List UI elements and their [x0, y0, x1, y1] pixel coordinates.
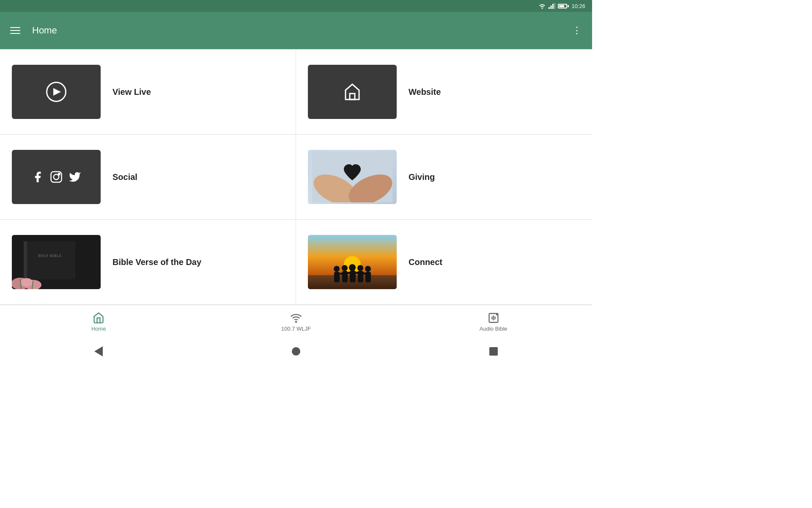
instagram-icon: [50, 171, 63, 183]
svg-rect-34: [348, 272, 356, 274]
svg-point-27: [349, 264, 356, 271]
status-time: 10:26: [571, 3, 585, 9]
wifi-icon: [538, 3, 546, 9]
menu-button[interactable]: [10, 27, 20, 34]
website-thumbnail: [308, 65, 397, 119]
svg-rect-0: [549, 7, 550, 9]
home-nav-icon: [93, 312, 104, 324]
view-live-thumbnail: [12, 65, 101, 119]
battery-icon: [558, 4, 569, 8]
svg-rect-2: [552, 4, 554, 9]
svg-rect-24: [334, 272, 340, 282]
website-item[interactable]: Website: [296, 50, 592, 135]
view-live-item[interactable]: View Live: [0, 50, 296, 135]
radio-nav-label: 100.7 WLJF: [281, 326, 311, 332]
svg-rect-36: [363, 273, 368, 275]
radio-nav-icon: [290, 312, 302, 324]
website-label: Website: [409, 87, 441, 97]
home-icon: [342, 82, 362, 102]
giving-image-svg: [312, 152, 392, 202]
nav-audio-bible[interactable]: Audio Bible: [395, 312, 592, 332]
nav-home[interactable]: Home: [0, 312, 198, 332]
audio-bible-nav-label: Audio Bible: [480, 326, 508, 332]
svg-rect-1: [551, 6, 552, 9]
home-nav-label: Home: [91, 326, 106, 332]
giving-label: Giving: [409, 172, 435, 182]
social-item[interactable]: Social: [0, 135, 296, 220]
facebook-icon: [31, 171, 44, 183]
audio-bible-nav-icon: [488, 312, 499, 324]
connect-label: Connect: [409, 257, 442, 267]
giving-hands-image: [308, 150, 397, 204]
nav-radio[interactable]: 100.7 WLJF: [198, 312, 395, 332]
svg-rect-12: [25, 241, 75, 279]
bible-verse-label: Bible Verse of the Day: [112, 257, 201, 267]
system-nav: [0, 339, 592, 364]
svg-rect-4: [350, 94, 355, 99]
bible-thumbnail: HOLY BIBLE: [12, 235, 101, 289]
twitter-icon: [69, 171, 81, 183]
svg-point-7: [58, 173, 60, 175]
svg-point-31: [365, 266, 371, 272]
page-title: Home: [32, 25, 572, 36]
main-grid: View Live Website: [0, 49, 592, 305]
svg-point-25: [342, 265, 348, 271]
svg-rect-13: [24, 241, 27, 279]
bottom-nav: Home 100.7 WLJF Audio Bible: [0, 305, 592, 339]
svg-text:HOLY BIBLE: HOLY BIBLE: [38, 254, 62, 258]
status-bar: 10:26: [0, 0, 592, 12]
svg-point-29: [357, 265, 363, 271]
view-live-label: View Live: [112, 87, 151, 97]
social-icons-group: [31, 171, 81, 183]
svg-rect-35: [356, 272, 364, 274]
svg-point-37: [296, 321, 296, 322]
svg-point-6: [54, 174, 59, 180]
status-icons: 10:26: [538, 3, 585, 9]
more-options-button[interactable]: ⋮: [572, 25, 582, 36]
bible-image-svg: HOLY BIBLE: [12, 235, 101, 289]
giving-thumbnail: [308, 150, 397, 204]
recents-button[interactable]: [486, 344, 501, 359]
connect-item[interactable]: Connect: [296, 220, 592, 305]
svg-rect-3: [554, 3, 556, 9]
signal-icon: [549, 3, 555, 9]
svg-point-17: [20, 278, 33, 287]
social-label: Social: [112, 172, 137, 182]
bible-verse-item[interactable]: HOLY BIBLE Bible Verse of the Day: [0, 220, 296, 305]
back-button[interactable]: [91, 344, 106, 359]
play-icon: [46, 82, 66, 102]
connect-thumbnail: [308, 235, 397, 289]
home-button[interactable]: [288, 344, 304, 359]
svg-point-23: [334, 266, 340, 272]
app-bar: Home ⋮: [0, 12, 592, 49]
giving-item[interactable]: Giving: [296, 135, 592, 220]
social-thumbnail: [12, 150, 101, 204]
connect-image-svg: [308, 235, 397, 289]
svg-rect-33: [340, 273, 348, 275]
